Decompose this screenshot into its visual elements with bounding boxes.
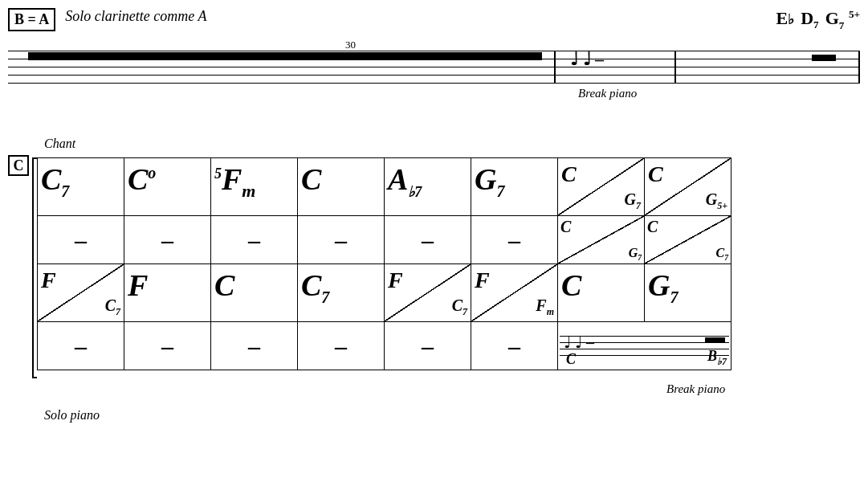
table-row: F C7 F C C7 F C7 F Fm [38, 264, 731, 322]
solo-text: Solo clarinette comme A [65, 8, 206, 25]
barline-end [858, 51, 860, 83]
cell-c7-2: C7 [298, 264, 385, 322]
break-piano-top: Break piano [578, 87, 637, 100]
chord-table: C7 Co 5Fm C A♭7 [37, 157, 731, 370]
cell-c-g5plus-split: C G5+ [645, 158, 731, 216]
cell-c-g7-split: C G7 [558, 158, 645, 216]
top-section: B = A Solo clarinette comme A E♭ D7 G7 5… [8, 8, 860, 35]
cell-g7: G7 [471, 158, 558, 216]
dash-cell: – [385, 216, 471, 264]
table-row: C7 Co 5Fm C A♭7 [38, 158, 731, 216]
chant-label: Chant [44, 137, 75, 151]
cell-ab7: A♭7 [385, 158, 471, 216]
cell-c: C [298, 158, 385, 216]
staff-break-cell: ♩ ♩ – C B♭7 [558, 322, 731, 370]
chord-d7: D7 [801, 8, 818, 31]
dash-cell: – [211, 322, 298, 370]
cell-staff-c-c7: C C7 [645, 216, 731, 264]
chord-g7-5plus: G7 5+ [825, 8, 860, 32]
table-row: – – – – – – C G7 C C7 [38, 216, 731, 264]
cell-5fm: 5Fm [211, 158, 298, 216]
cell-g7-2: G7 [645, 264, 731, 322]
top-header: B = A Solo clarinette comme A E♭ D7 G7 5… [8, 8, 860, 32]
cell-c2: C [211, 264, 298, 322]
cell-c7: C7 [38, 158, 124, 216]
table-row: – – – – – – ♩ ♩ – [38, 322, 731, 370]
dash-cell: – [38, 216, 124, 264]
dash-cell: – [211, 216, 298, 264]
top-staff: ♩ ♩ – [8, 47, 860, 88]
note-symbols: ♩ ♩ – [570, 49, 604, 70]
key-box: B = A [8, 8, 55, 31]
cell-f-c7-split: F C7 [38, 264, 124, 322]
rest-block [812, 55, 836, 61]
chord-grid: C7 Co 5Fm C A♭7 [37, 157, 731, 370]
solo-piano-label: Solo piano [44, 408, 100, 423]
dash-cell: – [298, 322, 385, 370]
dash-cell: – [298, 216, 385, 264]
cell-f-fm-split: F Fm [471, 264, 558, 322]
long-beam [28, 52, 542, 60]
dash-cell: – [124, 216, 211, 264]
section-c-label: C [8, 155, 29, 176]
cell-staff-c-g7: C G7 [558, 216, 645, 264]
dash-cell: – [124, 322, 211, 370]
cell-c3: C [558, 264, 645, 322]
dash-cell: – [385, 322, 471, 370]
barline-2 [674, 51, 676, 83]
chord-eb: E♭ [776, 8, 795, 29]
dash-cell: – [38, 322, 124, 370]
break-piano-bottom: Break piano [666, 382, 725, 396]
barline-1 [554, 51, 556, 83]
dash-cell: – [471, 216, 558, 264]
cell-co: Co [124, 158, 211, 216]
dash-cell: – [471, 322, 558, 370]
cell-f-c7-split2: F C7 [385, 264, 471, 322]
chord-header-right: E♭ D7 G7 5+ [776, 8, 861, 32]
cell-f: F [124, 264, 211, 322]
